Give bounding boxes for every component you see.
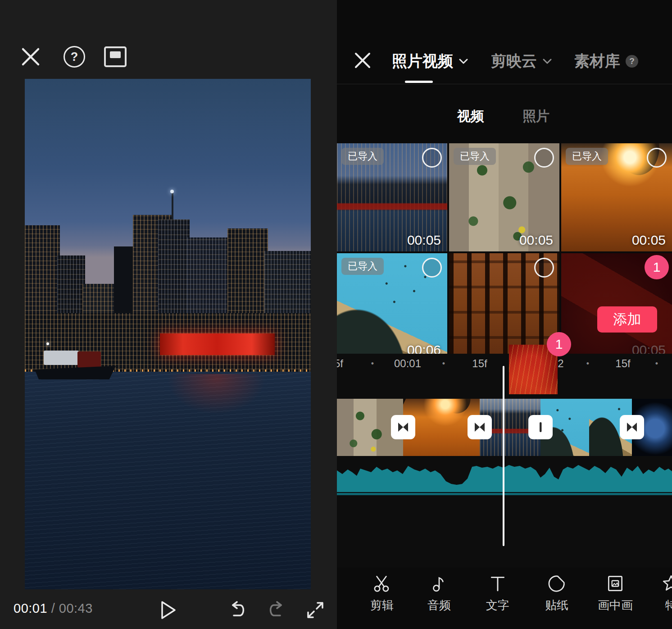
help-icon: ? xyxy=(71,50,78,64)
transition-button[interactable] xyxy=(468,415,492,439)
transition-button[interactable] xyxy=(528,415,553,439)
time-separator: / xyxy=(47,601,59,615)
toolbar-edit[interactable]: 剪辑 xyxy=(357,568,407,629)
close-button[interactable] xyxy=(20,46,41,69)
tab-library[interactable]: 素材库 ? xyxy=(574,51,638,72)
active-tab-underline xyxy=(405,81,433,83)
ferry-boat xyxy=(35,342,116,383)
effects-star-icon xyxy=(661,573,672,594)
selection-circle-icon[interactable] xyxy=(534,258,554,278)
help-button[interactable]: ? xyxy=(64,46,85,68)
duration-label: 00:05 xyxy=(407,232,441,248)
ruler-mark: 5f xyxy=(337,357,343,370)
library-help-icon[interactable]: ? xyxy=(626,55,638,68)
pier-reflection xyxy=(167,374,266,415)
selection-circle-icon[interactable] xyxy=(422,148,442,168)
ruler-mark: 2 xyxy=(558,357,563,370)
media-item-sky-birds[interactable]: 已导入 00:06 xyxy=(337,253,447,361)
media-item-wall-lamp[interactable]: 已导入 00:05 xyxy=(561,143,672,251)
ruler-mark: 15f xyxy=(472,357,487,370)
header-divider xyxy=(337,84,672,84)
toolbar-label: 文字 xyxy=(473,597,522,613)
music-note-icon xyxy=(429,573,450,594)
chevron-down-icon xyxy=(542,58,552,64)
tab-label: 照片视频 xyxy=(392,51,453,72)
toolbar-effects[interactable]: 特 xyxy=(646,568,672,629)
selection-circle-icon[interactable] xyxy=(647,148,667,168)
total-time: 00:43 xyxy=(59,601,93,615)
ruler-mark: 00:01 xyxy=(394,357,421,370)
transition-bowtie-icon xyxy=(472,420,487,434)
transition-button[interactable] xyxy=(391,415,415,439)
preview-panel: ? xyxy=(0,0,337,629)
display-mode-icon xyxy=(110,51,121,58)
display-mode-button[interactable] xyxy=(104,46,127,67)
sticker-icon xyxy=(546,573,567,594)
scissors-icon xyxy=(372,573,392,594)
duration-label: 00:05 xyxy=(519,232,553,248)
toolbar-text[interactable]: 文字 xyxy=(473,568,522,629)
selection-circle-icon[interactable] xyxy=(422,258,442,278)
chevron-down-icon xyxy=(459,58,468,64)
media-grid: 已导入 00:05 已导入 00:05 已导入 00:05 已导入 00:06 xyxy=(337,143,672,361)
fullscreen-button[interactable] xyxy=(305,600,325,622)
drag-count-badge: 1 xyxy=(547,332,571,356)
imported-badge: 已导入 xyxy=(341,148,384,165)
ruler-dot: • xyxy=(655,359,658,369)
play-button[interactable] xyxy=(160,600,177,622)
video-preview[interactable] xyxy=(25,79,311,589)
ruler-dot: • xyxy=(371,359,374,369)
tab-cloud[interactable]: 剪映云 xyxy=(491,51,552,72)
redo-button[interactable] xyxy=(267,601,286,621)
timeline[interactable]: 5f • 00:01 • 15f 2 • 15f • xyxy=(337,354,672,568)
imported-badge: 已导入 xyxy=(341,258,384,275)
media-item-neon-sign[interactable]: 1 添加 00:05 xyxy=(561,253,672,361)
fullscreen-icon xyxy=(305,600,325,620)
toolbar-label: 贴纸 xyxy=(532,597,581,613)
close-icon xyxy=(354,51,372,69)
capcut-editor: ? xyxy=(0,0,672,629)
tab-video[interactable]: 视频 xyxy=(457,107,484,126)
antenna-spire xyxy=(172,192,173,220)
media-picker-panel: 照片视频 剪映云 素材库 ? 视频 照片 已导入 00:05 xyxy=(337,0,672,629)
media-item-city-skyline[interactable]: 已导入 00:05 xyxy=(337,143,447,251)
time-display: 00:01 / 00:43 xyxy=(14,601,93,616)
boat-light xyxy=(46,342,49,345)
spire-light xyxy=(170,190,174,193)
toolbar-sticker[interactable]: 贴纸 xyxy=(532,568,581,629)
boat-cabin xyxy=(44,351,79,365)
video-track[interactable] xyxy=(337,399,672,456)
editing-toolbar: 剪辑 音频 文字 贴纸 xyxy=(337,568,672,629)
toolbar-label: 特 xyxy=(646,597,672,613)
boat-structure xyxy=(77,351,101,368)
ruler-mark: 15f xyxy=(615,357,630,370)
undo-button[interactable] xyxy=(227,601,247,621)
text-icon xyxy=(487,573,508,594)
audio-waveform[interactable] xyxy=(337,460,672,492)
undo-icon xyxy=(227,601,247,619)
duration-label: 00:05 xyxy=(632,232,666,248)
transition-line-icon xyxy=(533,420,548,434)
toolbar-audio[interactable]: 音频 xyxy=(414,568,464,629)
selection-circle-icon[interactable] xyxy=(534,148,554,168)
close-icon xyxy=(20,46,41,67)
imported-badge: 已导入 xyxy=(566,148,608,165)
audio-track-base xyxy=(337,493,672,495)
boat-hull xyxy=(35,364,116,379)
tab-photo[interactable]: 照片 xyxy=(522,107,549,126)
toolbar-pip[interactable]: 画中画 xyxy=(590,568,640,629)
redo-icon xyxy=(267,601,286,619)
picker-close-button[interactable] xyxy=(354,51,372,71)
play-icon xyxy=(160,600,177,620)
transition-bowtie-icon xyxy=(625,420,639,434)
add-button[interactable]: 添加 xyxy=(597,306,657,333)
transition-bowtie-icon xyxy=(396,420,410,434)
current-time: 00:01 xyxy=(14,601,47,615)
playhead[interactable] xyxy=(503,366,504,546)
tab-photos-videos[interactable]: 照片视频 xyxy=(392,51,468,72)
transition-button[interactable] xyxy=(620,415,644,439)
toolbar-label: 音频 xyxy=(414,597,464,613)
media-item-lemon-tree[interactable]: 已导入 00:05 xyxy=(449,143,559,251)
tab-label: 素材库 xyxy=(574,51,620,72)
selection-count-badge: 1 xyxy=(645,255,669,279)
